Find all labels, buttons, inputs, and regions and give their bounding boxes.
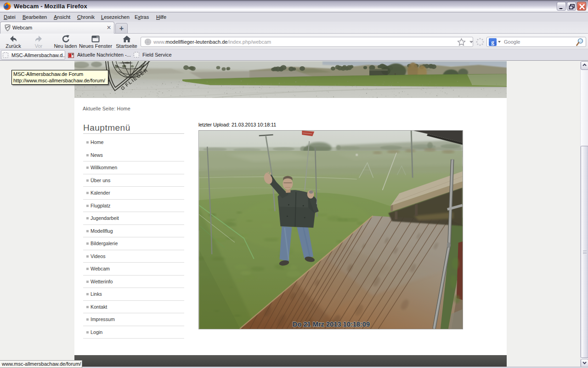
svg-text:g: g — [491, 39, 494, 46]
